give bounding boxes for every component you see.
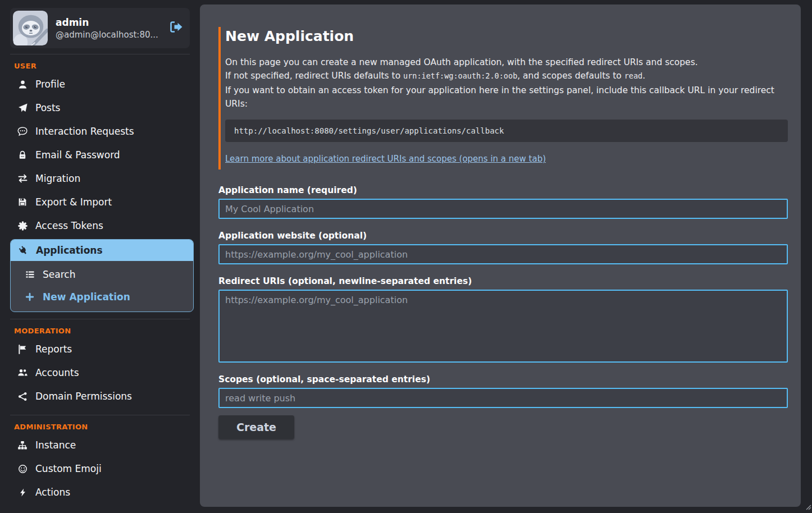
smiley-icon (17, 464, 28, 474)
sidebar-item-migration[interactable]: Migration (0, 167, 200, 190)
application-website-label: Application website (optional) (218, 231, 788, 241)
applications-group: Applications Search N (10, 239, 194, 312)
scopes-field-group: Scopes (optional, space-separated entrie… (218, 374, 788, 408)
sidebar-item-label: Profile (35, 79, 65, 90)
redirect-uris-label: Redirect URIs (optional, newline-separat… (218, 276, 788, 286)
plug-icon (17, 246, 29, 255)
sidebar-item-email-password[interactable]: Email & Password (0, 143, 200, 167)
sidebar-subitem-label: Search (43, 269, 75, 280)
sidebar-item-label: Export & Import (35, 196, 112, 208)
inline-code-read: read (624, 71, 643, 80)
redirect-uris-field-group: Redirect URIs (optional, newline-separat… (218, 276, 788, 363)
scopes-label: Scopes (optional, space-separated entrie… (218, 374, 788, 384)
section-header-user: USER (0, 54, 200, 72)
inline-code-oob: urn:ietf:wg:oauth:2.0:oob (403, 71, 517, 80)
sidebar-subitem-search[interactable]: Search (11, 263, 193, 286)
user-display-name: admin (56, 17, 159, 28)
application-name-label: Application name (required) (218, 185, 788, 195)
callback-url-code-block: http://localhost:8080/settings/user/appl… (225, 120, 788, 142)
sidebar-item-label: Domain Permissions (35, 391, 132, 402)
sidebar: admin @admin@localhost:80... USER Profil… (0, 0, 200, 513)
sidebar-item-profile[interactable]: Profile (0, 72, 200, 96)
plus-icon (24, 292, 35, 301)
sidebar-item-interaction-requests[interactable]: Interaction Requests (0, 120, 200, 143)
sitemap-icon (17, 441, 28, 450)
intro-line-2: If not specified, redirect URIs defaults… (225, 69, 788, 83)
sidebar-item-label: Reports (35, 343, 72, 355)
seal-icon (17, 221, 28, 231)
list-icon (24, 270, 35, 279)
sidebar-item-instance[interactable]: Instance (0, 433, 200, 457)
page-title: New Application (225, 28, 788, 44)
user-card-text: admin @admin@localhost:80... (56, 17, 159, 40)
applications-submenu: Search New Application (11, 261, 193, 312)
bolt-icon (17, 488, 28, 497)
sidebar-item-label: Instance (35, 439, 76, 451)
sidebar-item-label: Custom Emoji (35, 463, 102, 474)
scopes-input[interactable] (218, 388, 788, 408)
floppy-disk-icon (17, 198, 28, 207)
redirect-uris-textarea[interactable] (218, 290, 788, 363)
new-application-form: Application name (required) Application … (218, 185, 788, 439)
sidebar-item-label: Interaction Requests (35, 126, 134, 137)
sidebar-item-label: Posts (35, 102, 60, 113)
learn-more-link[interactable]: Learn more about application redirect UR… (225, 154, 546, 164)
transfer-arrows-icon (17, 174, 28, 183)
user-handle: @admin@localhost:80... (56, 30, 159, 40)
sidebar-item-export-import[interactable]: Export & Import (0, 190, 200, 214)
create-button[interactable]: Create (218, 415, 294, 439)
sidebar-item-applications[interactable]: Applications (11, 240, 193, 261)
sidebar-item-label: Email & Password (35, 149, 120, 161)
page-header-section: New Application On this page you can cre… (218, 27, 788, 170)
sidebar-item-access-tokens[interactable]: Access Tokens (0, 214, 200, 237)
section-header-administration: ADMINISTRATION (0, 415, 200, 433)
sidebar-item-actions[interactable]: Actions (0, 480, 200, 504)
sidebar-item-posts[interactable]: Posts (0, 96, 200, 120)
sidebar-item-label: Migration (35, 173, 80, 184)
share-nodes-icon (17, 392, 28, 401)
resize-grip[interactable] (805, 502, 811, 512)
application-website-field-group: Application website (optional) (218, 231, 788, 264)
sidebar-item-reports[interactable]: Reports (0, 337, 200, 361)
user-card[interactable]: admin @admin@localhost:80... (10, 8, 190, 48)
application-name-input[interactable] (218, 199, 788, 219)
sidebar-subitem-label: New Application (43, 291, 130, 303)
user-icon (17, 80, 28, 89)
main-panel: New Application On this page you can cre… (200, 4, 801, 507)
sign-out-icon[interactable] (167, 20, 185, 36)
sidebar-item-domain-permissions[interactable]: Domain Permissions (0, 384, 200, 408)
sidebar-subitem-new-application[interactable]: New Application (11, 286, 193, 308)
section-header-moderation: MODERATION (0, 319, 200, 337)
page-intro: On this page you can create a new manage… (225, 56, 788, 111)
sidebar-item-accounts[interactable]: Accounts (0, 361, 200, 384)
sidebar-item-custom-emoji[interactable]: Custom Emoji (0, 457, 200, 480)
sidebar-item-label: Applications (36, 245, 103, 256)
sloth-avatar (13, 11, 48, 45)
intro-line-1: On this page you can create a new manage… (225, 56, 788, 69)
sidebar-item-label: Actions (35, 487, 70, 498)
intro-line-3: If you want to obtain an access token fo… (225, 84, 788, 111)
paper-plane-icon (17, 103, 28, 113)
flag-icon (17, 345, 28, 354)
sidebar-item-label: Access Tokens (35, 220, 103, 231)
users-icon (17, 368, 28, 377)
sidebar-item-label: Accounts (35, 367, 79, 378)
application-website-input[interactable] (218, 244, 788, 264)
application-name-field-group: Application name (required) (218, 185, 788, 219)
lock-icon (17, 150, 28, 160)
comment-dots-icon (17, 126, 28, 136)
